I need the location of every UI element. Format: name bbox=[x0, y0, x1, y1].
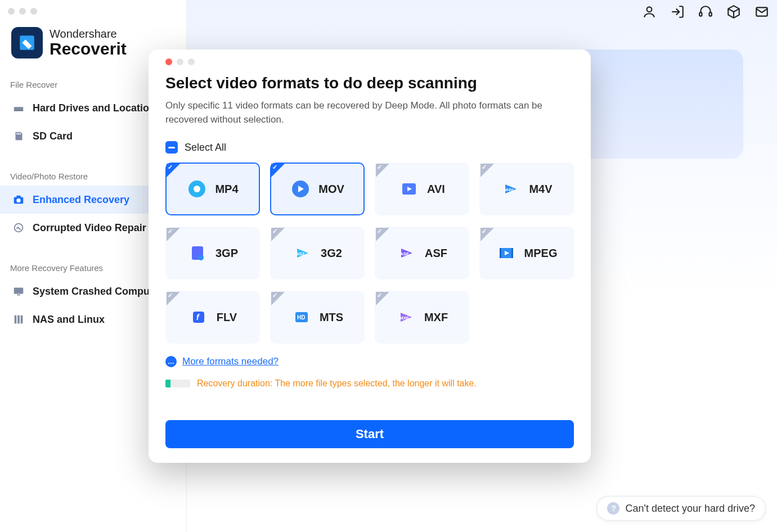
svg-point-15 bbox=[647, 7, 652, 12]
svg-rect-30 bbox=[511, 248, 513, 258]
brand-logo-icon bbox=[11, 27, 43, 58]
format-label: MOV bbox=[318, 183, 344, 196]
svg-text:MXF: MXF bbox=[399, 315, 409, 321]
cube-icon[interactable] bbox=[726, 4, 741, 19]
modal-close-icon[interactable] bbox=[165, 58, 172, 65]
login-icon[interactable] bbox=[670, 4, 685, 19]
mov-icon bbox=[290, 179, 311, 199]
brand-bottom: Recoverit bbox=[50, 40, 127, 58]
format-label: FLV bbox=[217, 311, 237, 324]
format-label: ASF bbox=[425, 247, 447, 260]
nav-label: Corrupted Video Repair bbox=[33, 222, 146, 234]
checkbox-indeterminate-icon bbox=[165, 141, 178, 154]
topbar bbox=[642, 4, 769, 19]
select-all-checkbox[interactable]: Select All bbox=[165, 141, 574, 154]
svg-text:HD: HD bbox=[297, 314, 305, 321]
help-pill[interactable]: ? Can't detect your hard drive? bbox=[596, 496, 766, 521]
svg-rect-16 bbox=[699, 12, 702, 16]
modal-title: Select video formats to do deep scanning bbox=[165, 74, 574, 92]
asf-icon: ASF bbox=[397, 243, 417, 263]
wrench-icon bbox=[12, 222, 25, 234]
question-icon: ? bbox=[607, 502, 619, 515]
speech-bubble-icon: … bbox=[165, 356, 177, 367]
drive-icon bbox=[12, 102, 25, 114]
svg-text:3G2: 3G2 bbox=[296, 251, 305, 256]
svg-rect-2 bbox=[14, 110, 24, 111]
format-label: MP4 bbox=[215, 183, 238, 196]
brand-top: Wondershare bbox=[50, 28, 127, 40]
svg-rect-11 bbox=[17, 295, 20, 296]
format-label: MXF bbox=[424, 311, 448, 324]
modal-max-icon[interactable] bbox=[188, 58, 195, 65]
modal-traffic-lights bbox=[165, 58, 574, 71]
mpeg-icon bbox=[496, 243, 516, 263]
m4v-icon: M4V bbox=[501, 179, 521, 199]
nav-label: Enhanced Recovery bbox=[33, 194, 129, 206]
modal-min-icon[interactable] bbox=[177, 58, 183, 65]
format-tile-mp4[interactable]: MP4 bbox=[165, 163, 260, 215]
duration-text: Recovery duration: The more file types s… bbox=[197, 378, 477, 389]
svg-rect-12 bbox=[15, 315, 17, 324]
svg-rect-8 bbox=[16, 196, 20, 198]
gp3-icon bbox=[187, 243, 208, 263]
user-icon[interactable] bbox=[642, 4, 657, 19]
format-tile-mov[interactable]: MOV bbox=[270, 163, 365, 215]
format-grid: MP4 MOV AVI M4VM4V 3GP 3G23G2 ASFASF MPE… bbox=[165, 163, 574, 344]
monitor-icon bbox=[12, 285, 25, 297]
more-formats-text[interactable]: More formats needed? bbox=[182, 356, 279, 367]
format-tile-mxf[interactable]: MXFMXF bbox=[375, 291, 469, 344]
help-text: Can't detect your hard drive? bbox=[625, 503, 755, 515]
format-tile-3g2[interactable]: 3G23G2 bbox=[270, 227, 365, 279]
format-tile-flv[interactable]: fFLV bbox=[165, 291, 260, 344]
svg-rect-1 bbox=[14, 107, 24, 110]
svg-rect-5 bbox=[20, 133, 21, 135]
nav-label: NAS and Linux bbox=[33, 314, 105, 326]
mts-icon: HD bbox=[291, 307, 312, 327]
select-all-label: Select All bbox=[185, 142, 226, 154]
window-max-icon[interactable] bbox=[30, 8, 37, 15]
format-label: AVI bbox=[427, 183, 445, 196]
svg-point-7 bbox=[16, 199, 20, 202]
flv-icon: f bbox=[188, 307, 209, 327]
format-tile-mts[interactable]: HDMTS bbox=[270, 291, 365, 344]
nav-label: System Crashed Computer bbox=[33, 286, 163, 297]
svg-point-20 bbox=[194, 186, 200, 192]
svg-text:M4V: M4V bbox=[504, 187, 514, 192]
svg-rect-29 bbox=[500, 248, 501, 258]
avi-icon bbox=[399, 179, 419, 199]
svg-rect-4 bbox=[18, 133, 19, 135]
format-tile-m4v[interactable]: M4VM4V bbox=[479, 163, 574, 215]
format-tile-asf[interactable]: ASFASF bbox=[375, 227, 469, 279]
svg-rect-3 bbox=[16, 133, 17, 135]
g23-icon: 3G2 bbox=[293, 243, 313, 263]
mp4-icon bbox=[187, 179, 207, 199]
window-min-icon[interactable] bbox=[19, 8, 26, 15]
format-label: 3G2 bbox=[321, 247, 342, 260]
support-icon[interactable] bbox=[698, 4, 713, 19]
svg-text:ASF: ASF bbox=[400, 251, 409, 256]
format-tile-3gp[interactable]: 3GP bbox=[165, 227, 260, 279]
duration-note: Recovery duration: The more file types s… bbox=[165, 378, 574, 389]
svg-point-25 bbox=[198, 255, 204, 260]
format-label: M4V bbox=[529, 183, 552, 196]
svg-rect-14 bbox=[21, 315, 23, 324]
main-traffic-lights bbox=[0, 6, 186, 17]
sd-card-icon bbox=[12, 130, 25, 142]
modal-desc: Only specific 11 video formats can be re… bbox=[165, 99, 548, 127]
start-button[interactable]: Start bbox=[165, 420, 574, 448]
format-label: MTS bbox=[320, 311, 343, 324]
svg-rect-13 bbox=[17, 315, 20, 324]
svg-rect-17 bbox=[709, 12, 712, 16]
svg-rect-10 bbox=[14, 288, 24, 294]
format-select-modal: Select video formats to do deep scanning… bbox=[149, 49, 591, 463]
mail-icon[interactable] bbox=[754, 4, 769, 19]
format-tile-avi[interactable]: AVI bbox=[375, 163, 469, 215]
nav-label: SD Card bbox=[33, 130, 73, 142]
format-tile-mpeg[interactable]: MPEG bbox=[479, 227, 574, 279]
window-close-icon[interactable] bbox=[8, 8, 15, 15]
format-label: 3GP bbox=[215, 247, 238, 260]
nas-icon bbox=[12, 313, 25, 326]
format-label: MPEG bbox=[524, 247, 558, 260]
more-formats-link[interactable]: … More formats needed? bbox=[165, 356, 574, 367]
duration-indicator-icon bbox=[165, 380, 190, 387]
